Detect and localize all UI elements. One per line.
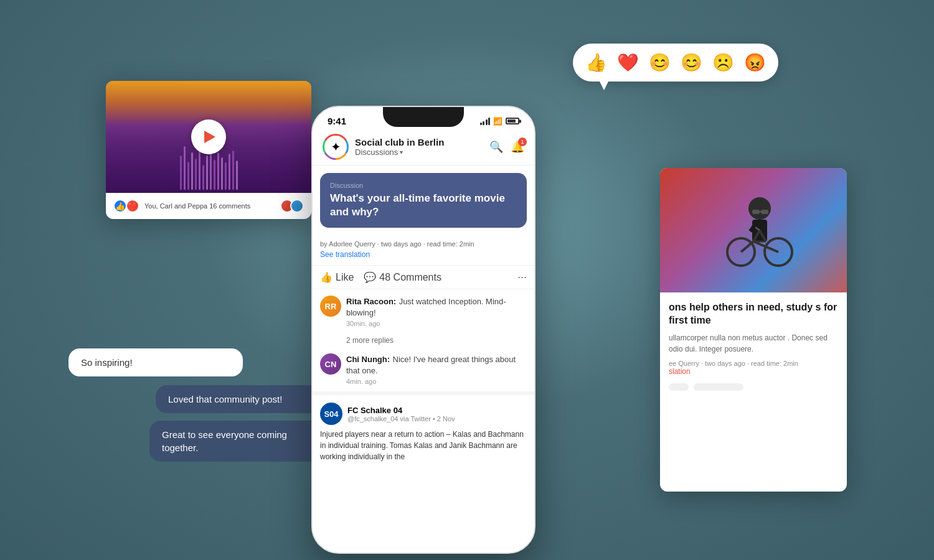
- read-time: read time: 2min: [427, 240, 474, 248]
- like-reaction[interactable]: 👍: [585, 52, 607, 73]
- right-article-card: ons help others in need, study s for fir…: [660, 168, 847, 492]
- comment-time-rita: 30min. ago: [346, 320, 527, 327]
- phone-device: 9:41 📶 ✦ Soci: [311, 106, 535, 554]
- right-see-translation-link[interactable]: slation: [669, 367, 838, 376]
- right-action-bar: [669, 383, 838, 391]
- comment-body-chi: Chi Nungh: Nice! I've heard great things…: [346, 353, 527, 385]
- more-options-button[interactable]: ···: [517, 271, 527, 284]
- commenter-avatar-2: [290, 199, 304, 213]
- group-name: Social club in Berlin: [355, 137, 489, 147]
- notification-bell[interactable]: 🔔 1: [511, 140, 524, 154]
- bubble-great-text: Great to see everyone coming together.: [162, 429, 287, 453]
- video-thumbnail[interactable]: [106, 81, 311, 193]
- haha-reaction[interactable]: 😊: [649, 52, 671, 73]
- emoji-reaction-bubble[interactable]: 👍 ❤️ 😊 😊 ☹️ 😡: [573, 44, 778, 82]
- comments-count: 16 comments: [209, 202, 250, 210]
- like-label: Like: [336, 272, 354, 283]
- post-footer: 👍 ❤️ You, Carl and Peppa 16 comments: [106, 193, 311, 219]
- phone-notch: [383, 107, 464, 127]
- wifi-icon: 📶: [493, 117, 502, 126]
- wow-reaction[interactable]: 😊: [681, 52, 702, 73]
- thumbs-up-icon: 👍: [320, 271, 333, 283]
- article-body: ullamcorper nulla non metus auctor . Don…: [669, 332, 838, 355]
- thumbs-up-icon: 👍: [113, 199, 127, 213]
- right-pill-1: [669, 383, 689, 391]
- group-avatar[interactable]: ✦: [323, 134, 349, 160]
- comment-rita: RR Rita Racoon: Just watched Inception. …: [313, 289, 534, 334]
- twitter-name: FC Schalke 04: [347, 406, 455, 415]
- post-meta: You, Carl and Peppa 16 comments: [144, 202, 279, 210]
- bubble-inspiring-text: So inspiring!: [81, 357, 133, 368]
- comment-icon: 💬: [364, 271, 376, 283]
- post-author: by Adorlee Querry: [320, 240, 375, 248]
- notification-badge: 1: [518, 138, 527, 146]
- comment-body-rita: Rita Racoon: Just watched Inception. Min…: [346, 296, 527, 327]
- footer-text: You, Carl and Peppa: [144, 202, 207, 210]
- status-time: 9:41: [328, 116, 346, 126]
- bubble-loved: Loved that community post!: [156, 385, 324, 413]
- app-header: ✦ Social club in Berlin Discussions ▾ 🔍 …: [313, 129, 534, 166]
- see-translation-link[interactable]: See translation: [313, 250, 534, 265]
- article-image: [660, 168, 847, 292]
- header-text: Social club in Berlin Discussions ▾: [355, 137, 489, 157]
- biker-illustration: [704, 187, 803, 274]
- battery-icon: [506, 118, 519, 124]
- post-meta-line: by Adorlee Querry · two days ago · read …: [313, 235, 534, 250]
- status-icons: 📶: [480, 117, 520, 126]
- more-replies-text: 2 more replies: [346, 336, 394, 345]
- angry-reaction[interactable]: 😡: [744, 52, 766, 73]
- play-button[interactable]: [191, 119, 226, 154]
- phone-content: Discussion What's your all-time favorite…: [313, 166, 534, 536]
- comments-button[interactable]: 💬 48 Comments: [364, 271, 441, 283]
- article-meta: ee Querry · two days ago · read time: 2m…: [669, 360, 838, 367]
- commenter-name-chi: Chi Nungh:: [346, 355, 390, 364]
- heart-icon: ❤️: [126, 199, 139, 213]
- article-title: ons help others in need, study s for fir…: [669, 301, 838, 327]
- signal-icon: [480, 118, 491, 125]
- twitter-post: S04 FC Schalke 04 @fc_schalke_04 via Twi…: [313, 391, 534, 470]
- chi-avatar: CN: [320, 353, 341, 375]
- schalke-avatar: S04: [320, 403, 342, 425]
- phone-screen: 9:41 📶 ✦ Soci: [311, 106, 535, 554]
- header-subtitle[interactable]: Discussions ▾: [355, 147, 489, 157]
- article-content: ons help others in need, study s for fir…: [660, 292, 847, 399]
- bubble-inspiring: So inspiring!: [68, 348, 243, 376]
- twitter-post-header: S04 FC Schalke 04 @fc_schalke_04 via Twi…: [320, 403, 527, 425]
- bubble-great: Great to see everyone coming together.: [149, 421, 324, 462]
- sad-reaction[interactable]: ☹️: [712, 52, 734, 73]
- twitter-post-text: Injured players near a return to action …: [320, 429, 527, 462]
- discussion-card[interactable]: Discussion What's your all-time favorite…: [320, 173, 527, 228]
- section-label: Discussions: [355, 147, 398, 157]
- reaction-counts: 👍 ❤️: [113, 199, 139, 213]
- discussion-label: Discussion: [330, 182, 517, 189]
- like-button[interactable]: 👍 Like: [320, 271, 354, 283]
- video-post-card: 👍 ❤️ You, Carl and Peppa 16 comments: [106, 81, 311, 219]
- svg-line-7: [741, 241, 753, 252]
- comments-label: 48 Comments: [379, 272, 441, 283]
- heart-reaction[interactable]: ❤️: [617, 52, 639, 73]
- chevron-down-icon: ▾: [400, 149, 403, 156]
- comment-time-chi: 4min. ago: [346, 378, 527, 385]
- discussion-title: What's your all-time favorite movie and …: [330, 192, 517, 219]
- svg-point-0: [748, 197, 771, 220]
- post-time: two days ago: [381, 240, 422, 248]
- bubble-loved-text: Loved that community post!: [168, 394, 282, 404]
- twitter-handle: @fc_schalke_04 via Twitter • 2 Nov: [347, 415, 455, 422]
- post-action-bar: 👍 Like 💬 48 Comments ···: [313, 265, 534, 289]
- right-pill-2: [694, 383, 743, 391]
- comment-chi: CN Chi Nungh: Nice! I've heard great thi…: [313, 347, 534, 391]
- twitter-account-info: FC Schalke 04 @fc_schalke_04 via Twitter…: [347, 406, 455, 422]
- search-icon[interactable]: 🔍: [489, 140, 503, 154]
- more-replies-link[interactable]: 2 more replies: [313, 334, 534, 347]
- header-actions: 🔍 🔔 1: [489, 140, 524, 154]
- svg-rect-2: [761, 210, 768, 214]
- commenter-avatars: [284, 199, 304, 213]
- chat-bubbles-area: So inspiring! Loved that community post!…: [68, 348, 324, 469]
- svg-rect-1: [752, 210, 760, 214]
- commenter-name-rita: Rita Racoon:: [346, 297, 396, 306]
- rita-avatar: RR: [320, 296, 341, 317]
